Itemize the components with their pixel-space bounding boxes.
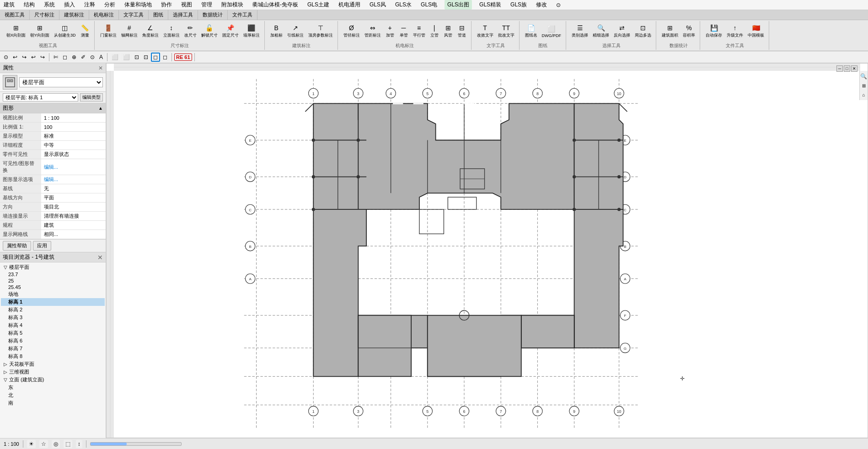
btn-angle[interactable]: ∠ 角度标注 <box>140 22 161 40</box>
menu-item-dot[interactable]: ⊙ <box>554 1 563 9</box>
btn-cat-select[interactable]: ☰ 类别选择 <box>570 22 590 40</box>
btn-dwg-pdf[interactable]: ⬜ DWG/PDF <box>540 23 563 39</box>
tree-item-25-45[interactable]: 25.45 <box>1 284 105 290</box>
menu-item-xt[interactable]: 系统 <box>42 0 57 10</box>
prop-value-scale[interactable]: 1 : 100 <box>41 113 106 123</box>
menu-item-cr[interactable]: 插入 <box>62 0 77 10</box>
tree-item-elevation[interactable]: ▽ 立面 (建筑立面) <box>1 376 105 384</box>
btn-grid[interactable]: # 轴网标注 <box>119 22 139 40</box>
tool-undo2[interactable]: ↩ <box>29 53 38 61</box>
prop-value-parts[interactable]: 显示原状态 <box>41 150 106 159</box>
btn-elevation-anno[interactable]: ↕ 立面标注 <box>161 22 182 40</box>
menu-item-gls-jd[interactable]: 机电通用 <box>337 0 362 10</box>
tree-item-east[interactable]: 东 <box>1 384 105 391</box>
tree-item-3d[interactable]: ▷ 三维视图 <box>1 368 105 376</box>
menu-item-fx[interactable]: 分析 <box>102 0 117 10</box>
props-close-btn[interactable]: ✕ <box>98 65 103 71</box>
tool-redo2[interactable]: ↪ <box>38 53 47 61</box>
tree-item-level3[interactable]: 标高 3 <box>1 314 105 321</box>
tool-view[interactable]: ⊙ <box>88 53 96 61</box>
tool-grid1[interactable]: ⊡ <box>133 53 141 61</box>
prop-value-grid-display[interactable]: 相同... <box>41 230 106 239</box>
tree-item-north[interactable]: 北 <box>1 391 105 399</box>
btn-autosave[interactable]: 💾 自动保存 <box>704 22 724 40</box>
btn-3d[interactable]: ◫ 从创建生3D <box>52 22 78 40</box>
menu-item-gls-ct[interactable]: GLS出图 <box>445 0 472 10</box>
btn-door-window[interactable]: 🚪 门窗标注 <box>98 22 118 40</box>
btn-fix-dim[interactable]: 📌 固定尺寸 <box>220 22 241 40</box>
props-help-btn[interactable]: 属性帮助 <box>3 241 31 251</box>
prop-value-graphic[interactable]: 编辑... <box>41 175 106 184</box>
status-star-btn[interactable]: ☆ <box>39 440 48 448</box>
prop-value-baseline-dir[interactable]: 平面 <box>41 193 106 203</box>
tree-item-level7[interactable]: 标高 7 <box>1 345 105 353</box>
tool-rect[interactable]: ◻ <box>61 53 69 61</box>
menu-item-gls-s[interactable]: GLS水 <box>393 0 413 10</box>
ribbon-tab-stats[interactable]: 数据统计 <box>198 10 228 20</box>
btn-leader-anno[interactable]: ↗ 引线标注 <box>285 22 305 40</box>
menu-item-gls-tj[interactable]: GLS土建 <box>305 0 331 10</box>
btn-far[interactable]: % 容积率 <box>681 22 697 40</box>
menu-item-gl[interactable]: 管理 <box>199 0 214 10</box>
tool-rect2[interactable]: ◻ <box>151 53 160 62</box>
btn-pipe-dist[interactable]: ⇔ 管距标注 <box>363 22 383 40</box>
menu-item-jz[interactable]: 建筑 <box>2 0 16 10</box>
tool-undo[interactable]: ↩ <box>11 53 19 61</box>
tree-item-floor-plan[interactable]: ▽ 楼层平面 <box>1 263 105 271</box>
full-nav-btn[interactable]: ⊞ <box>860 82 868 89</box>
tree-item-south[interactable]: 南 <box>1 399 105 407</box>
menu-item-st[interactable]: 视图 <box>179 0 194 10</box>
win-restore-btn[interactable]: □ <box>844 65 850 72</box>
props-apply-btn[interactable]: 应用 <box>33 241 51 251</box>
btn-single-pipe[interactable]: ─ 单管 <box>397 22 410 40</box>
menu-item-jg[interactable]: 结构 <box>22 0 37 10</box>
menu-item-zs[interactable]: 注释 <box>82 0 97 10</box>
tool-redo[interactable]: ↪ <box>20 53 28 61</box>
btn-change-text[interactable]: T 改效文字 <box>475 22 495 40</box>
tool-rect3[interactable]: ◻ <box>161 53 169 61</box>
tool-grid2[interactable]: ⊡ <box>142 53 150 61</box>
ribbon-tab-file[interactable]: 文件工具 <box>228 10 257 20</box>
tool-box2[interactable]: ⬜ <box>121 53 132 61</box>
tree-item-level1[interactable]: 标高 1 <box>1 298 105 306</box>
ribbon-tab-mep-anno[interactable]: 机电标注 <box>89 10 119 20</box>
tree-item-site[interactable]: 场地 <box>1 290 105 298</box>
tree-item-23-7[interactable]: 23.7 <box>1 271 105 278</box>
drawing-viewport[interactable]: 1 3 4 5 6 7 8 9 10 1 <box>114 71 859 438</box>
prop-value-scale-val[interactable]: 100 <box>41 123 106 132</box>
btn-cn-template[interactable]: 🇨🇳 中国模板 <box>746 22 766 40</box>
tree-item-ceiling[interactable]: ▷ 天花板平面 <box>1 360 105 368</box>
tree-item-level6[interactable]: 标高 6 <box>1 337 105 345</box>
menu-item-ty[interactable]: 体量和场地 <box>123 0 154 10</box>
ribbon-tab-dim[interactable]: 尺寸标注 <box>30 10 59 20</box>
props-section-header[interactable]: 图形 ▲ <box>0 103 106 113</box>
btn-pipe-diam[interactable]: Ø 管径标注 <box>342 22 362 40</box>
tree-item-level4[interactable]: 标高 4 <box>1 321 105 329</box>
btn-parallel-pipe[interactable]: ≡ 平行管 <box>411 22 427 40</box>
tool-box1[interactable]: ⬜ <box>110 53 120 61</box>
btn-sheet-name[interactable]: 📄 图纸名 <box>523 22 539 40</box>
btn-change-dim[interactable]: ✏ 改尺寸 <box>182 22 198 40</box>
view-level-select[interactable]: 楼层平面: 标高 1 <box>3 93 78 102</box>
ribbon-tab-arch-anno[interactable]: 建筑标注 <box>59 10 89 20</box>
prop-value-wall-join[interactable]: 清理所有墙连接 <box>41 212 106 221</box>
btn-upgrade[interactable]: ↑ 升级文件 <box>725 22 745 40</box>
prop-value-detail[interactable]: 中等 <box>41 141 106 150</box>
menu-item-fjmk[interactable]: 附加模块 <box>220 0 245 10</box>
menu-item-gls-f[interactable]: GLS风 <box>368 0 388 10</box>
zoom-btn[interactable]: 🔍 <box>860 73 868 80</box>
home-btn[interactable]: ⌂ <box>860 91 868 98</box>
status-arrow-btn[interactable]: ↕ <box>76 440 82 448</box>
btn-top-param[interactable]: ⊤ 顶房参数标注 <box>306 22 335 40</box>
btn-vertical-pipe[interactable]: | 立管 <box>428 22 441 40</box>
btn-reverse-select[interactable]: ⇄ 反向选择 <box>612 22 632 40</box>
tool-text[interactable]: A <box>97 53 105 61</box>
ribbon-tab-view-tools[interactable]: 视图工具 <box>0 10 30 20</box>
win-close-btn[interactable]: ✕ <box>851 65 857 72</box>
btn-wall-thick[interactable]: ⬛ 墙厚标注 <box>241 22 262 40</box>
prop-value-baseline[interactable]: 无 <box>41 184 106 193</box>
tree-item-25[interactable]: 25 <box>1 278 105 284</box>
btn-front-x[interactable]: ⊞ 朝X向剖面 <box>5 22 27 40</box>
btn-fine-select[interactable]: 🔍 精细选择 <box>591 22 611 40</box>
btn-bold-mark[interactable]: B 加粗标 <box>268 22 284 40</box>
